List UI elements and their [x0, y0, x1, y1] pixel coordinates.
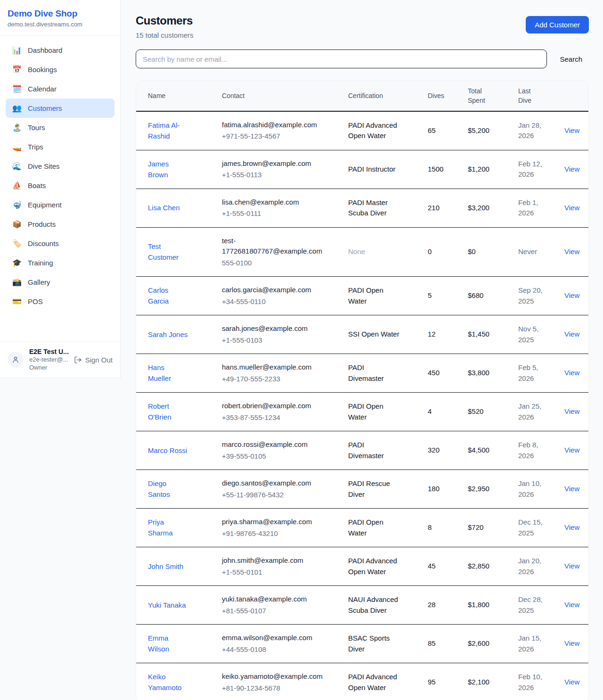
sidebar-item-products[interactable]: 📦 Products [6, 214, 114, 234]
sidebar-item-discounts[interactable]: 🏷️ Discounts [6, 234, 114, 253]
customer-phone: +971-55-123-4567 [222, 131, 337, 142]
col-header-last-dive: Last Dive [513, 81, 559, 111]
sidebar-item-customers[interactable]: 👥 Customers [6, 99, 114, 118]
view-link[interactable]: View [564, 204, 579, 212]
customer-certification: NAUI Advanced Scuba Diver [348, 594, 401, 616]
trips-icon: 🚤 [12, 142, 22, 151]
main-content: Customers 15 total customers Add Custome… [121, 0, 603, 700]
tours-icon: 🏝️ [12, 123, 22, 132]
customer-name-link[interactable]: Yuki Tanaka [148, 600, 186, 610]
view-link[interactable]: View [564, 678, 579, 686]
customer-last-dive: Feb 1, 2026 [518, 198, 553, 219]
customer-name-link[interactable]: Fatima Al-Rashid [148, 120, 189, 142]
customer-last-dive: Never [518, 247, 537, 257]
customer-last-dive: Jan 10, 2026 [518, 478, 553, 500]
view-link[interactable]: View [564, 369, 579, 377]
table-row: Sarah Jones sarah.jones@example.com +1-5… [136, 315, 588, 354]
customer-phone: +49-170-555-2233 [222, 374, 337, 385]
gallery-icon: 📸 [12, 278, 22, 287]
sidebar-item-dive-sites[interactable]: 🌊 Dive Sites [6, 156, 114, 176]
view-link[interactable]: View [564, 407, 579, 415]
search-input[interactable] [136, 49, 547, 68]
view-link[interactable]: View [564, 562, 579, 570]
customer-total-spent: $2,600 [468, 639, 489, 647]
customer-email: lisa.chen@example.com [222, 197, 322, 208]
customer-certification: PADI Rescue Diver [348, 478, 401, 500]
view-link[interactable]: View [564, 446, 579, 454]
table-row: Lisa Chen lisa.chen@example.com +1-555-0… [136, 189, 588, 227]
sidebar-item-trips[interactable]: 🚤 Trips [6, 137, 114, 156]
view-link[interactable]: View [564, 126, 579, 134]
sidebar-item-gallery[interactable]: 📸 Gallery [6, 272, 114, 292]
sidebar-item-calendar[interactable]: 🗓️ Calendar [6, 79, 114, 99]
customer-email: priya.sharma@example.com [222, 517, 322, 527]
customer-certification: PADI Instructor [348, 164, 396, 175]
customer-name-link[interactable]: Diego Santos [148, 478, 189, 500]
sidebar-item-tours[interactable]: 🏝️ Tours [6, 118, 114, 137]
customer-name-link[interactable]: Hans Mueller [148, 362, 189, 384]
customer-email: diego.santos@example.com [222, 478, 322, 489]
customer-dives: 85 [428, 639, 436, 647]
customer-phone: +1-555-0101 [222, 567, 337, 578]
customer-phone: +81-90-1234-5678 [222, 683, 337, 694]
user-info: E2E Test U... e2e-tester@... Owner [29, 347, 69, 372]
sidebar-item-dashboard[interactable]: 📊 Dashboard [6, 41, 114, 60]
view-link[interactable]: View [564, 247, 579, 255]
customer-email: hans.mueller@example.com [222, 362, 322, 373]
user-name: E2E Test U... [29, 347, 69, 356]
customer-name-link[interactable]: Test Customer [148, 241, 189, 263]
view-link[interactable]: View [564, 601, 579, 609]
customer-certification: PADI Advanced Open Water [348, 672, 401, 693]
customer-total-spent: $0 [468, 247, 476, 255]
sidebar-header: Demo Dive Shop demo.test.divestreams.com [0, 0, 120, 36]
customer-email: yuki.tanaka@example.com [222, 594, 322, 605]
customer-name-link[interactable]: Emma Wilson [148, 633, 189, 655]
view-link[interactable]: View [564, 485, 579, 493]
sidebar-item-training[interactable]: 🎓 Training [6, 253, 114, 272]
customer-certification: PADI Divemaster [348, 440, 401, 461]
table-row: Marco Rossi marco.rossi@example.com +39-… [136, 431, 588, 470]
customer-dives: 4 [428, 407, 432, 415]
customer-last-dive: Nov 5, 2025 [518, 324, 553, 345]
customer-total-spent: $2,950 [468, 485, 489, 493]
customer-name-link[interactable]: Lisa Chen [148, 202, 180, 213]
page-title: Customers [136, 14, 194, 27]
sidebar-item-equipment[interactable]: 🤿 Equipment [6, 195, 114, 214]
sign-out-label: Sign Out [85, 356, 113, 364]
training-icon: 🎓 [12, 258, 22, 267]
customer-dives: 65 [428, 126, 436, 134]
customer-name-link[interactable]: Robert O'Brien [148, 401, 189, 423]
view-link[interactable]: View [564, 639, 579, 647]
search-button[interactable]: Search [560, 55, 582, 63]
view-link[interactable]: View [564, 165, 579, 173]
sidebar-item-boats[interactable]: ⛵ Boats [6, 176, 114, 195]
sign-out-button[interactable]: Sign Out [74, 356, 113, 364]
customer-phone: +44-555-0108 [222, 644, 337, 655]
customer-total-spent: $2,100 [468, 678, 489, 686]
sidebar-item-pos[interactable]: 💳 POS [6, 292, 114, 311]
customer-name-link[interactable]: John Smith [148, 561, 183, 572]
customer-certification: PADI Open Water [348, 401, 401, 422]
customer-dives: 1500 [428, 165, 443, 173]
add-customer-button[interactable]: Add Customer [526, 16, 589, 33]
customer-name-link[interactable]: Marco Rossi [148, 445, 187, 456]
customer-name-link[interactable]: Priya Sharma [148, 517, 189, 539]
table-row: Diego Santos diego.santos@example.com +5… [136, 470, 588, 509]
customer-total-spent: $680 [468, 291, 483, 299]
view-link[interactable]: View [564, 330, 579, 338]
shop-name: Demo Dive Shop [8, 8, 113, 19]
customer-name-link[interactable]: Sarah Jones [148, 329, 187, 340]
customer-total-spent: $1,200 [468, 165, 489, 173]
customer-last-dive: Sep 20, 2025 [518, 285, 553, 306]
customer-name-link[interactable]: Carlos Garcia [148, 285, 189, 307]
customer-email: john.smith@example.com [222, 555, 322, 566]
table-row: Carlos Garcia carlos.garcia@example.com … [136, 277, 588, 315]
view-link[interactable]: View [564, 291, 579, 299]
customer-last-dive: Dec 28, 2025 [518, 594, 553, 616]
customer-email: sarah.jones@example.com [222, 323, 322, 334]
sidebar-item-bookings[interactable]: 📅 Bookings [6, 60, 114, 79]
view-link[interactable]: View [564, 523, 579, 531]
customer-name-link[interactable]: James Brown [148, 158, 189, 181]
col-header-total-spent: Total Spent [462, 81, 513, 111]
customer-name-link[interactable]: Keiko Yamamoto [148, 671, 189, 693]
